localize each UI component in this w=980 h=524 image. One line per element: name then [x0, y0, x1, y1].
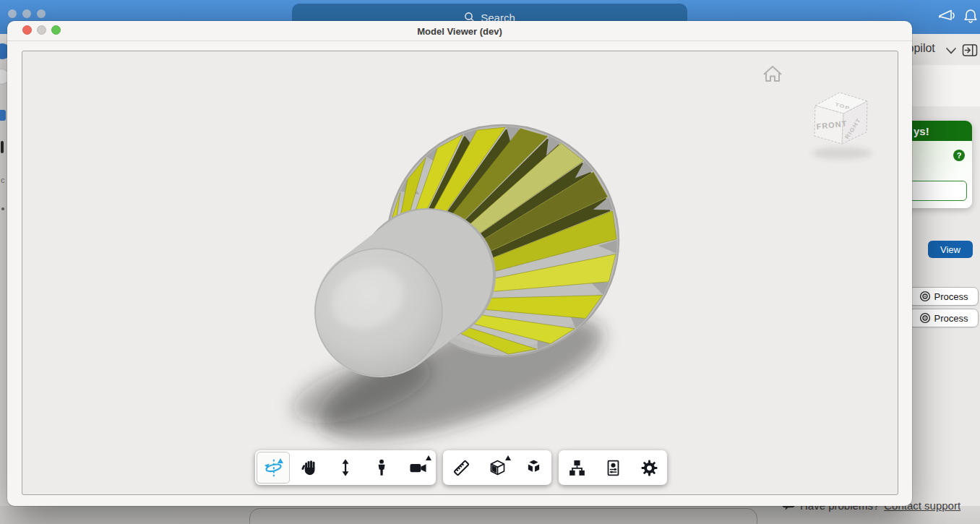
zoom-updown-icon: [335, 458, 356, 478]
sidebar-glyph: [1, 141, 4, 153]
toolbar-inspect-group: [443, 450, 551, 485]
properties-panel-icon: [603, 458, 623, 478]
inactive-close-button[interactable]: [8, 9, 17, 18]
announcements-megaphone-icon[interactable]: [937, 7, 960, 25]
home-icon[interactable]: [764, 66, 781, 81]
window-titlebar[interactable]: Model Viewer (dev): [7, 21, 912, 41]
model-viewer-window: Model Viewer (dev): [7, 21, 912, 506]
toolbar-navigation-group: [255, 450, 436, 485]
tool-settings-button[interactable]: [631, 450, 667, 485]
sidebar-text-fragment: c: [1, 176, 5, 184]
inactive-zoom-button[interactable]: [37, 9, 46, 18]
tool-orbit-button[interactable]: [257, 452, 290, 484]
desktop: Search c Copilot: [0, 0, 980, 524]
notifications-bell-icon[interactable]: [963, 7, 979, 25]
bullseye-icon: [919, 312, 931, 324]
settings-gear-icon: [639, 458, 659, 478]
help-question-badge[interactable]: ?: [953, 150, 965, 161]
bullseye-icon: [919, 291, 931, 302]
explode-cube-icon: [523, 458, 543, 478]
orbit-icon: [263, 458, 283, 478]
tool-model-tree-button[interactable]: [559, 450, 595, 485]
tool-properties-button[interactable]: [595, 450, 631, 485]
model-tree-icon: [567, 458, 587, 478]
process-button-1[interactable]: Process: [908, 287, 979, 306]
measure-ruler-icon: [451, 458, 471, 478]
tool-measure-button[interactable]: [443, 450, 479, 485]
view-button[interactable]: View: [928, 241, 973, 258]
window-title: Model Viewer (dev): [7, 21, 912, 41]
collapse-panel-icon[interactable]: [962, 43, 979, 58]
sidebar-blue-icon[interactable]: [0, 110, 6, 121]
promo-text-input[interactable]: [908, 181, 967, 201]
3d-scene: TOP FRONT RIGHT: [22, 51, 898, 495]
viewer-canvas[interactable]: TOP FRONT RIGHT: [22, 51, 898, 495]
sidebar-dot: [1, 207, 4, 210]
tool-camera-button[interactable]: [400, 450, 436, 485]
process-button-2[interactable]: Process: [908, 309, 979, 327]
walk-person-icon: [371, 458, 392, 478]
tool-zoom-button[interactable]: [327, 450, 364, 485]
section-box-icon: [487, 458, 507, 478]
view-cube[interactable]: TOP FRONT RIGHT: [812, 93, 872, 159]
tool-pan-button[interactable]: [291, 450, 327, 485]
tool-section-button[interactable]: [479, 450, 515, 485]
chevron-down-icon[interactable]: [945, 47, 957, 55]
tool-explode-button[interactable]: [515, 450, 551, 485]
camera-icon: [408, 458, 428, 478]
toolbar-panels-group: [559, 450, 667, 485]
inactive-minimize-button[interactable]: [22, 9, 31, 18]
tool-walk-button[interactable]: [364, 450, 400, 485]
pan-hand-icon: [299, 458, 319, 478]
background-comment-input[interactable]: [249, 508, 757, 524]
